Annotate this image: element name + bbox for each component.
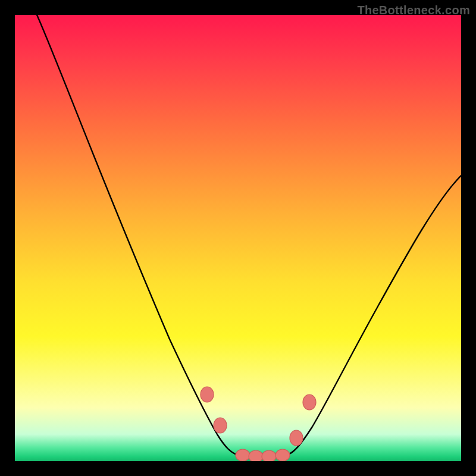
bottleneck-curve — [37, 15, 461, 458]
floor-marker-2 — [249, 450, 263, 461]
left-lower-marker — [214, 418, 227, 433]
bottleneck-chart — [15, 15, 461, 461]
floor-marker-4 — [275, 449, 290, 461]
floor-marker-1 — [236, 449, 250, 461]
marker-group — [201, 387, 316, 461]
floor-marker-3 — [262, 450, 276, 461]
right-upper-marker — [303, 394, 316, 410]
left-upper-marker — [201, 387, 214, 402]
right-lower-marker — [290, 430, 303, 446]
